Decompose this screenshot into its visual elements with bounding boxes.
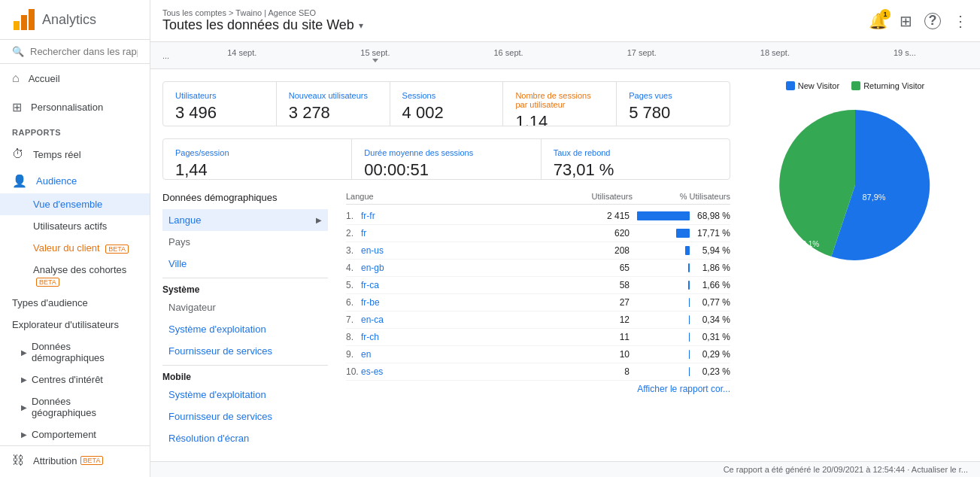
lang-bar [688, 263, 690, 272]
metric-pages-session-value: 1,44 [175, 160, 339, 180]
legend-returning-visitor: Returning Visitor [851, 81, 924, 90]
sidebar-sub-vue-ensemble-label: Vue d'ensemble [33, 199, 102, 210]
legend-new-visitor-dot [786, 81, 795, 90]
lang-bar-wrap [630, 211, 690, 220]
sidebar-item-personnalisation[interactable]: ⊞ Personnalisation [0, 93, 150, 122]
lang-pct: 17,71 % [693, 228, 730, 238]
lang-name[interactable]: en-ca [361, 314, 569, 325]
language-table-row: 7. en-ca 12 0,34 % [346, 311, 730, 329]
demo-item-ville[interactable]: Ville [162, 253, 328, 275]
sidebar-sub-donnees-geo[interactable]: ▶ Données géographiques [0, 390, 150, 424]
sidebar-sub-types-audience[interactable]: Types d'audience [0, 292, 150, 314]
content-right: New Visitor Returning Visitor [742, 81, 968, 449]
grid-icon: ⊞ [12, 100, 22, 114]
lang-name[interactable]: fr-ch [361, 332, 569, 342]
sidebar-sub-centres-interet[interactable]: ▶ Centres d'intérêt [0, 369, 150, 390]
svg-rect-0 [14, 21, 20, 30]
demo-item-pays[interactable]: Pays [162, 231, 328, 253]
sidebar-item-audience[interactable]: 👤 Audience [0, 169, 150, 193]
chevron-right-icon4: ▶ [21, 430, 27, 439]
svg-rect-2 [29, 9, 35, 30]
metric-taux-rebond-value: 73,01 % [554, 160, 718, 180]
metric-taux-rebond: Taux de rebond 73,01 % [542, 139, 730, 179]
pie-new-label: 87,9% [862, 193, 885, 202]
lang-pct: 0,29 % [693, 349, 730, 360]
lang-pct: 0,34 % [693, 314, 730, 325]
demo-item-mobile-resolution[interactable]: Résolution d'écran [162, 427, 328, 449]
sidebar-sub-valeur-client[interactable]: Valeur du client BETA [0, 237, 150, 259]
lang-pct: 5,94 % [693, 245, 730, 256]
apps-button[interactable]: ⊞ [900, 12, 912, 30]
clock-icon: ⏱ [12, 147, 24, 161]
metrics-row-2: Pages/session 1,44 Durée moyenne des ses… [162, 138, 730, 180]
lang-name[interactable]: fr-fr [361, 211, 569, 221]
lang-bar [689, 367, 690, 376]
more-menu-button[interactable]: ⋮ [953, 12, 968, 30]
demo-item-fournisseur-services[interactable]: Fournisseur de services [162, 340, 328, 362]
lang-name[interactable]: en-gb [361, 263, 569, 273]
pie-legend: New Visitor Returning Visitor [742, 81, 968, 90]
sidebar-item-temps-reel[interactable]: ⏱ Temps réel [0, 140, 150, 169]
search-bar[interactable]: 🔍 [0, 40, 150, 64]
metric-pages-vues: Pages vues 5 780 [617, 82, 730, 126]
lang-name[interactable]: es-es [361, 366, 569, 377]
sidebar-sub-donnees-demo[interactable]: ▶ Données démographiques [0, 336, 150, 369]
demo-item-mobile-systeme[interactable]: Système d'exploitation [162, 384, 328, 406]
lang-rank: 7. [346, 314, 361, 325]
sidebar-sub-vue-ensemble[interactable]: Vue d'ensemble [0, 193, 150, 215]
lang-name[interactable]: en-us [361, 245, 569, 256]
legend-returning-visitor-dot [851, 81, 860, 90]
search-input[interactable] [30, 46, 138, 57]
demo-item-mobile-fournisseur-label: Fournisseur de services [168, 411, 272, 422]
lang-rank: 9. [346, 349, 361, 360]
metric-sessions-par-utilisateur: Nombre de sessions par utilisateur 1,14 [503, 82, 617, 126]
demo-item-ville-label: Ville [168, 258, 187, 269]
sidebar-item-attribution[interactable]: ⛓ Attribution BETA [0, 446, 150, 475]
demographics-title: Données démographiques [162, 192, 328, 203]
chevron-right-icon2: ▶ [21, 375, 27, 384]
sidebar-sub-comportement[interactable]: ▶ Comportement [0, 424, 150, 445]
metric-sessions: Sessions 4 002 [390, 82, 504, 126]
language-table: Langue Utilisateurs % Utilisateurs 1. fr… [346, 192, 730, 449]
sidebar-sub-types-audience-label: Types d'audience [12, 297, 88, 308]
demo-item-systeme-exploitation[interactable]: Système d'exploitation [162, 318, 328, 340]
sidebar-sub-explorateur[interactable]: Explorateur d'utilisateurs [0, 314, 150, 336]
demo-item-navigateur[interactable]: Navigateur [162, 296, 328, 318]
lang-name[interactable]: fr-ca [361, 280, 569, 290]
language-table-body: 1. fr-fr 2 415 68,98 % 2. fr 620 17,71 %… [346, 208, 730, 381]
date-14sept: 14 sept. [227, 48, 256, 62]
lang-rank: 8. [346, 332, 361, 342]
metric-duree-sessions-label: Durée moyenne des sessions [364, 148, 528, 157]
valeur-client-beta-badge: BETA [105, 245, 129, 254]
lang-bar-wrap [630, 263, 690, 272]
lang-name[interactable]: fr-be [361, 297, 569, 308]
sidebar-sub-centres-interet-label: Centres d'intérêt [32, 374, 103, 385]
help-button[interactable]: ? [924, 13, 941, 29]
demo-item-mobile-fournisseur[interactable]: Fournisseur de services [162, 406, 328, 427]
metric-sessions-par-utilisateur-label: Nombre de sessions par utilisateur [515, 91, 604, 109]
lang-header-pct: % Utilisateurs [633, 192, 730, 201]
sidebar-item-accueil[interactable]: ⌂ Accueil [0, 64, 150, 93]
page-title-dropdown-icon[interactable]: ▾ [359, 20, 363, 31]
lang-name[interactable]: en [361, 349, 569, 360]
pie-chart: 87,9% 12,1% [772, 102, 938, 268]
cohortes-beta-badge: BETA [36, 278, 59, 287]
language-table-row: 1. fr-fr 2 415 68,98 % [346, 208, 730, 225]
sidebar-item-attribution-label: Attribution [33, 455, 77, 466]
lang-pct: 0,23 % [693, 366, 730, 377]
system-label: Système [162, 284, 328, 295]
lang-name[interactable]: fr [361, 228, 569, 238]
sidebar-sub-analyse-cohortes[interactable]: Analyse des cohortes BETA [0, 259, 150, 292]
demo-item-langue[interactable]: Langue ▶ [162, 209, 328, 231]
page-title-wrap: Toutes les données du site Web ▾ [162, 17, 363, 33]
notification-button[interactable]: 🔔 1 [869, 12, 887, 30]
sidebar-sub-utilisateurs-actifs[interactable]: Utilisateurs actifs [0, 215, 150, 237]
lang-users: 620 [569, 228, 630, 238]
date-14sept-label: 14 sept. [227, 48, 256, 57]
language-table-row: 4. en-gb 65 1,86 % [346, 260, 730, 277]
lang-bar-wrap [630, 315, 690, 324]
lang-bar-wrap [630, 229, 690, 238]
date-15sept-arrow [372, 59, 378, 62]
view-report-link[interactable]: Afficher le rapport cor... [346, 384, 730, 394]
breadcrumb: Tous les comptes > Twaino | Agence SEO [162, 8, 363, 17]
